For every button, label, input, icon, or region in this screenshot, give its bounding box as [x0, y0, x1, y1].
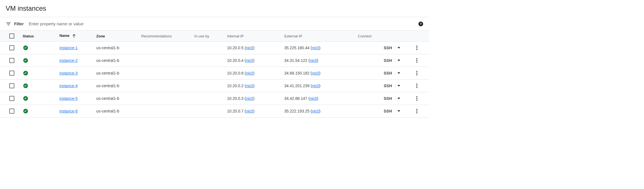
instance-name-link[interactable]: instance-5 [59, 96, 78, 101]
ssh-button[interactable]: SSH [381, 57, 395, 64]
ssh-button[interactable]: SSH [381, 44, 395, 51]
internal-nic-link[interactable]: nic0 [246, 46, 253, 50]
more-actions-button[interactable] [407, 46, 427, 50]
external-ip-cell: 34.68.150.182 (nic0) [282, 67, 355, 80]
external-nic-link[interactable]: nic0 [310, 96, 317, 101]
instance-name-link[interactable]: instance-3 [59, 71, 78, 75]
internal-nic-link[interactable]: nic0 [246, 58, 253, 63]
internal-nic-link[interactable]: nic0 [246, 71, 253, 75]
svg-point-5 [416, 49, 417, 50]
zone-cell: us-central1-b [94, 42, 139, 54]
in-use-by-cell [192, 105, 225, 118]
more-actions-button[interactable] [407, 71, 427, 75]
internal-nic-link[interactable]: nic0 [246, 96, 253, 101]
ssh-dropdown-button[interactable] [395, 96, 402, 100]
more-actions-button[interactable] [407, 96, 427, 101]
zone-cell: us-central1-b [94, 105, 139, 118]
more-actions-button[interactable] [407, 58, 427, 63]
recommendations-cell [139, 92, 192, 105]
status-running-icon [23, 83, 55, 89]
more-actions-button[interactable] [407, 84, 427, 88]
ssh-button[interactable]: SSH [381, 108, 395, 114]
recommendations-cell [139, 42, 192, 54]
instance-name-link[interactable]: instance-4 [59, 84, 78, 88]
external-ip-cell: 34.41.201.239 (nic0) [282, 80, 355, 92]
svg-point-4 [416, 47, 417, 48]
column-header-status[interactable]: Status [21, 31, 57, 42]
external-nic-link[interactable]: nic0 [312, 71, 319, 75]
select-all-checkbox[interactable] [9, 33, 14, 39]
external-nic-link[interactable]: nic0 [312, 84, 319, 88]
ssh-dropdown-button[interactable] [395, 109, 402, 113]
filter-icon [6, 21, 11, 27]
filter-input[interactable] [28, 21, 415, 26]
table-row: instance-6us-central1-b10.20.0.7 (nic0)3… [0, 105, 429, 118]
column-header-name-label: Name [59, 33, 69, 38]
in-use-by-cell [192, 54, 225, 67]
external-nic-link[interactable]: nic0 [310, 58, 317, 63]
svg-point-3 [416, 46, 417, 47]
row-checkbox[interactable] [9, 71, 14, 76]
recommendations-cell [139, 105, 192, 118]
zone-cell: us-central1-b [94, 92, 139, 105]
instance-name-link[interactable]: instance-2 [59, 58, 78, 63]
external-ip-cell: 35.222.193.25 (nic0) [282, 105, 355, 118]
column-header-external-ip[interactable]: External IP [282, 31, 355, 42]
row-checkbox[interactable] [9, 96, 14, 101]
status-running-icon [23, 96, 55, 101]
row-checkbox[interactable] [9, 109, 14, 114]
svg-point-13 [416, 74, 417, 75]
in-use-by-cell [192, 92, 225, 105]
sort-ascending-icon [70, 33, 77, 38]
svg-point-15 [416, 84, 417, 85]
column-header-name[interactable]: Name [57, 31, 94, 42]
internal-nic-link[interactable]: nic0 [246, 84, 253, 88]
ssh-button[interactable]: SSH [381, 95, 395, 102]
svg-point-24 [416, 111, 417, 112]
table-row: instance-3us-central1-b10.20.0.6 (nic0)3… [0, 67, 429, 80]
external-ip-cell: 34.42.88.147 (nic0) [282, 92, 355, 105]
internal-ip-cell: 10.20.0.4 (nic0) [225, 54, 282, 67]
ssh-dropdown-button[interactable] [395, 84, 402, 88]
row-checkbox[interactable] [9, 83, 14, 88]
svg-point-17 [416, 87, 417, 88]
svg-point-8 [416, 60, 417, 61]
ssh-dropdown-button[interactable] [395, 58, 402, 62]
svg-point-11 [416, 71, 417, 72]
filter-label: Filter [14, 22, 24, 26]
column-header-recommendations[interactable]: Recommendations [139, 31, 192, 42]
external-ip-cell: 35.225.180.44 (nic0) [282, 42, 355, 54]
column-header-in-use-by[interactable]: In use by [192, 31, 225, 42]
internal-ip-cell: 10.20.0.6 (nic0) [225, 67, 282, 80]
recommendations-cell [139, 80, 192, 92]
help-icon[interactable]: ? [418, 21, 424, 27]
table-row: instance-1us-central1-b10.20.0.5 (nic0)3… [0, 42, 429, 54]
column-header-zone[interactable]: Zone [94, 31, 139, 42]
column-header-internal-ip[interactable]: Internal IP [225, 31, 282, 42]
row-checkbox[interactable] [9, 45, 14, 50]
more-actions-button[interactable] [407, 109, 427, 113]
table-row: instance-5us-central1-b10.20.0.3 (nic0)3… [0, 92, 429, 105]
ssh-dropdown-button[interactable] [395, 46, 402, 50]
zone-cell: us-central1-b [94, 67, 139, 80]
instance-name-link[interactable]: instance-1 [59, 46, 78, 50]
svg-point-21 [416, 100, 417, 101]
internal-ip-cell: 10.20.0.7 (nic0) [225, 105, 282, 118]
svg-text:?: ? [420, 22, 422, 26]
internal-ip-cell: 10.20.0.2 (nic0) [225, 80, 282, 92]
svg-point-23 [416, 109, 417, 110]
external-nic-link[interactable]: nic0 [312, 109, 319, 113]
svg-point-16 [416, 85, 417, 86]
filter-bar: Filter ? [0, 17, 429, 30]
column-header-connect[interactable]: Connect [356, 31, 405, 42]
ssh-button[interactable]: SSH [381, 70, 395, 76]
instance-name-link[interactable]: instance-6 [59, 109, 78, 113]
internal-nic-link[interactable]: nic0 [246, 109, 253, 113]
external-nic-link[interactable]: nic0 [312, 46, 319, 50]
recommendations-cell [139, 67, 192, 80]
ssh-button[interactable]: SSH [381, 82, 395, 89]
svg-point-20 [416, 98, 417, 99]
ssh-dropdown-button[interactable] [395, 71, 402, 75]
row-checkbox[interactable] [9, 58, 14, 63]
recommendations-cell [139, 54, 192, 67]
